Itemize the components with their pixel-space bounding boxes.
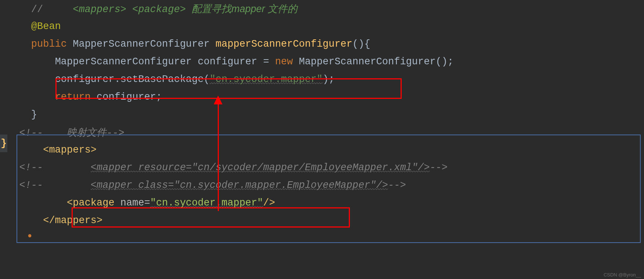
annotation: @Bean bbox=[31, 21, 61, 32]
comment-text: // bbox=[31, 4, 43, 15]
xml-comment-text: <mapper class="cn.sycoder.mapper.Employe… bbox=[91, 180, 388, 191]
equals: = bbox=[144, 197, 150, 208]
code-line: <!-- 映射文件--> bbox=[0, 124, 644, 141]
keyword-new: new bbox=[275, 56, 293, 67]
xml-attr: name bbox=[120, 197, 144, 208]
method-call: configurer.setBasePackage( bbox=[55, 74, 210, 85]
xml-open-tag: <mappers> bbox=[43, 144, 97, 155]
code-line: <!-- <mapper resource="cn/sycoder/mapper… bbox=[0, 159, 644, 176]
operator: = bbox=[257, 56, 275, 67]
parens: (){ bbox=[352, 39, 370, 50]
xml-comment-start: <!-- bbox=[19, 128, 43, 139]
method-name: mapperScannerConfigurer bbox=[216, 39, 352, 50]
comment-cn: 配置寻找mapper 文件的 bbox=[192, 3, 297, 14]
identifier: configurer; bbox=[97, 92, 162, 103]
code-line: MapperScannerConfigurer configurer = new… bbox=[0, 53, 644, 71]
close-brace: } bbox=[31, 109, 37, 120]
constructor-call: MapperScannerConfigurer(); bbox=[299, 56, 453, 67]
semicolon: ); bbox=[323, 74, 334, 85]
keyword-public: public bbox=[31, 39, 67, 50]
xml-comment-end: --> bbox=[388, 180, 406, 191]
code-editor[interactable]: // <mappers> <package> 配置寻找mapper 文件的 @B… bbox=[0, 0, 644, 229]
xml-comment-text: <mapper resource="cn/sycoder/mapper/Empl… bbox=[91, 162, 430, 173]
code-line: <mappers> bbox=[0, 141, 644, 159]
string-literal: "cn.sycoder.mapper" bbox=[210, 74, 323, 85]
xml-attr-value: "cn.sycoder.mapper" bbox=[150, 197, 263, 208]
xml-tag: <package bbox=[67, 197, 115, 208]
keyword-return: return bbox=[55, 92, 91, 103]
xml-close-tag: </mappers> bbox=[43, 215, 102, 226]
code-line: @Bean bbox=[0, 18, 644, 35]
breakpoint-icon[interactable]: ● bbox=[28, 232, 32, 240]
code-line: public MapperScannerConfigurer mapperSca… bbox=[0, 35, 644, 53]
identifier: configurer bbox=[198, 56, 257, 67]
gutter-fold-icon[interactable]: } bbox=[0, 135, 7, 152]
xml-comment-cn: 映射文件 bbox=[67, 127, 106, 138]
code-line: <package name="cn.sycoder.mapper"/> bbox=[0, 194, 644, 212]
code-line: configurer.setBasePackage("cn.sycoder.ma… bbox=[0, 71, 644, 88]
comment-xml: <package> bbox=[132, 4, 186, 15]
comment-xml: <mappers> bbox=[73, 4, 126, 15]
code-line: return configurer; bbox=[0, 88, 644, 106]
code-line: // <mappers> <package> 配置寻找mapper 文件的 bbox=[0, 0, 644, 18]
type-name: MapperScannerConfigurer bbox=[55, 56, 192, 67]
code-line: } bbox=[0, 106, 644, 124]
type-name: MapperScannerConfigurer bbox=[73, 39, 210, 50]
xml-self-close: /> bbox=[263, 197, 275, 208]
xml-comment-end: --> bbox=[106, 128, 124, 139]
xml-comment-end: --> bbox=[430, 162, 448, 173]
code-line: <!-- <mapper class="cn.sycoder.mapper.Em… bbox=[0, 176, 644, 194]
xml-comment-start: <!-- bbox=[19, 162, 43, 173]
xml-comment-start: <!-- bbox=[19, 180, 43, 191]
code-line: </mappers> bbox=[0, 212, 644, 229]
watermark-text: CSDN @Byron__ bbox=[604, 272, 641, 278]
